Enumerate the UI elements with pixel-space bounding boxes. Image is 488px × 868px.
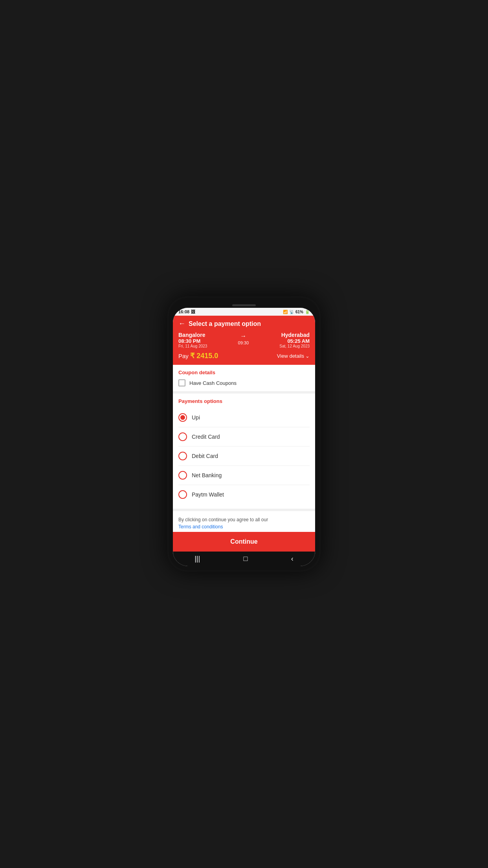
- nav-recent-apps-icon[interactable]: |||: [194, 555, 200, 563]
- payment-option-credit-card[interactable]: Credit Card: [178, 427, 310, 447]
- payment-section-title: Payments options: [178, 398, 310, 404]
- battery-icon: 🔋: [305, 310, 310, 314]
- payment-options-section: Payments options Upi Credit Card Debit: [173, 394, 315, 509]
- paytm-wallet-radio[interactable]: [178, 490, 187, 499]
- payment-option-paytm-wallet[interactable]: Paytm Wallet: [178, 485, 310, 504]
- destination-time: 05:25 AM: [287, 338, 310, 344]
- wifi-icon: 📶: [283, 310, 288, 314]
- payment-option-net-banking[interactable]: Net Banking: [178, 466, 310, 485]
- pay-row: Pay ₹ 2415.0 View details ⌄: [178, 351, 310, 360]
- coupon-section: Coupon details Have Cash Coupons: [173, 365, 315, 391]
- view-details-button[interactable]: View details ⌄: [277, 353, 310, 359]
- credit-card-radio[interactable]: [178, 432, 187, 441]
- debit-card-label: Debit Card: [192, 453, 218, 459]
- nav-back-icon[interactable]: ‹: [291, 555, 294, 563]
- route-middle: → 09:30: [238, 332, 249, 345]
- credit-card-label: Credit Card: [192, 434, 220, 440]
- destination-city: Hyderabad: [281, 332, 310, 338]
- battery-label: 61%: [295, 310, 303, 314]
- status-icon: 🖼: [191, 309, 195, 314]
- net-banking-radio[interactable]: [178, 471, 187, 480]
- origin-info: Bangalore 08:30 PM Fri, 11 Aug 2023: [178, 332, 207, 348]
- signal-icon: 📡: [289, 310, 294, 314]
- phone-screen: 16:08 🖼 📶 📡 61% 🔋 ← Select a payment opt…: [173, 308, 315, 566]
- page-title: Select a payment option: [189, 320, 261, 327]
- route-arrow-icon: →: [240, 333, 246, 340]
- status-time: 16:08: [178, 309, 189, 314]
- terms-link[interactable]: Terms and conditions: [178, 524, 310, 530]
- phone-speaker: [232, 304, 256, 306]
- origin-city: Bangalore: [178, 332, 207, 338]
- upi-radio-inner: [180, 415, 185, 420]
- view-details-label: View details: [277, 353, 304, 359]
- cash-coupon-checkbox[interactable]: [178, 379, 185, 386]
- cash-coupon-label: Have Cash Coupons: [189, 380, 237, 386]
- pay-label: Pay: [178, 353, 189, 359]
- continue-button[interactable]: Continue: [173, 532, 315, 552]
- back-button[interactable]: ←: [178, 320, 185, 328]
- chevron-down-icon: ⌄: [305, 353, 310, 359]
- route-info: Bangalore 08:30 PM Fri, 11 Aug 2023 → 09…: [178, 332, 310, 348]
- pay-info: Pay ₹ 2415.0: [178, 351, 218, 360]
- terms-prefix: By clicking on continue you agree to all…: [178, 517, 268, 522]
- header: ← Select a payment option Bangalore 08:3…: [173, 316, 315, 365]
- debit-card-radio[interactable]: [178, 452, 187, 460]
- net-banking-label: Net Banking: [192, 472, 222, 478]
- paytm-wallet-label: Paytm Wallet: [192, 491, 224, 498]
- upi-label: Upi: [192, 414, 200, 421]
- origin-time: 08:30 PM: [178, 338, 207, 344]
- main-content: Coupon details Have Cash Coupons Payment…: [173, 365, 315, 532]
- phone-frame: 16:08 🖼 📶 📡 61% 🔋 ← Select a payment opt…: [167, 296, 321, 572]
- terms-section: By clicking on continue you agree to all…: [173, 511, 315, 532]
- pay-amount: ₹ 2415.0: [190, 352, 218, 360]
- coupon-section-title: Coupon details: [178, 370, 310, 375]
- upi-radio[interactable]: [178, 413, 187, 422]
- status-bar: 16:08 🖼 📶 📡 61% 🔋: [173, 308, 315, 316]
- payment-option-debit-card[interactable]: Debit Card: [178, 447, 310, 466]
- nav-bar: ||| □ ‹: [173, 552, 315, 566]
- coupon-checkbox-row[interactable]: Have Cash Coupons: [178, 379, 310, 386]
- nav-home-icon[interactable]: □: [244, 555, 248, 563]
- travel-duration: 09:30: [238, 340, 249, 345]
- origin-date: Fri, 11 Aug 2023: [178, 344, 207, 348]
- payment-option-upi[interactable]: Upi: [178, 408, 310, 427]
- destination-date: Sat, 12 Aug 2023: [279, 344, 310, 348]
- destination-info: Hyderabad 05:25 AM Sat, 12 Aug 2023: [279, 332, 310, 348]
